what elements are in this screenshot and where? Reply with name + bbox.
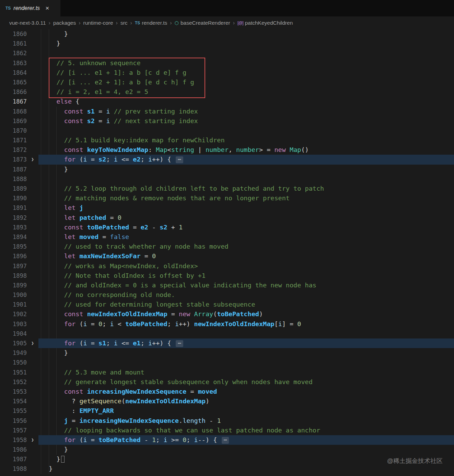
code-token: // looping backwards so that we can use … (41, 427, 320, 434)
code-line-1986[interactable]: 1986 } (0, 445, 454, 454)
code-line-1868[interactable]: 1868 const s1 = i // prev starting index (0, 107, 454, 116)
code-token: // used to track whether any node has mo… (41, 243, 229, 250)
breadcrumb-item-runtime-core[interactable]: runtime-core (83, 20, 113, 26)
breadcrumb-label: runtime-core (83, 20, 113, 26)
code-line-1870[interactable]: 1870 (0, 126, 454, 135)
code-line-1887[interactable]: 1887 } (0, 165, 454, 174)
code-line-1862[interactable]: 1862 (0, 48, 454, 58)
code-token: ( (75, 156, 83, 163)
breadcrumb-item-vue-next-3.0.11[interactable]: vue-next-3.0.11 (9, 20, 46, 26)
code-editor[interactable]: 1860 }1861 }18621863 // 5. unknown seque… (0, 29, 454, 476)
code-line-1951[interactable]: 1951 // 5.3 move and mount (0, 368, 454, 377)
code-line-1864[interactable]: 1864 // [i ... e1 + 1]: a b [c d e] f g (0, 68, 454, 78)
code-content: let j (38, 203, 454, 213)
code-token: ; (186, 436, 194, 443)
folded-ellipsis-badge[interactable]: ⋯ (222, 437, 229, 444)
code-line-1860[interactable]: 1860 } (0, 29, 454, 39)
code-line-1955[interactable]: 1955 : EMPTY_ARR (0, 406, 454, 416)
code-line-1904[interactable]: 1904 (0, 329, 454, 338)
code-line-1865[interactable]: 1865 // [i ... e2 + 1]: a b [e d c h] f … (0, 78, 454, 87)
code-content (38, 174, 454, 184)
code-line-1988[interactable]: 1988 } (0, 464, 454, 474)
code-line-1952[interactable]: 1952 // generate longest stable subseque… (0, 377, 454, 387)
fold-spacer (27, 165, 38, 174)
code-line-1896[interactable]: 1896 let maxNewIndexSoFar = 0 (0, 251, 454, 261)
code-line-1866[interactable]: 1866 // i = 2, e1 = 4, e2 = 5 (0, 87, 454, 97)
breadcrumb-item-patchKeyedChildren[interactable]: [@]patchKeyedChildren (237, 20, 293, 26)
code-token: - (141, 436, 152, 443)
code-line-1898[interactable]: 1898 // Note that oldIndex is offset by … (0, 271, 454, 281)
code-line-1873[interactable]: 1873❯ for (i = s2; i <= e2; i++) { ⋯ (0, 155, 454, 164)
code-token: for (41, 340, 75, 347)
code-line-1899[interactable]: 1899 // and oldIndex = 0 is a special va… (0, 281, 454, 290)
breadcrumb-separator-icon: › (48, 20, 51, 26)
code-line-1956[interactable]: 1956 j = increasingNewIndexSequence.leng… (0, 416, 454, 426)
fold-chevron-icon[interactable]: ❯ (27, 155, 38, 164)
folded-ellipsis-badge[interactable]: ⋯ (176, 340, 183, 347)
code-token: = (68, 417, 79, 424)
line-number: 1860 (0, 29, 27, 39)
code-token: maxNewIndexSoFar (79, 252, 140, 260)
code-line-1872[interactable]: 1872 const keyToNewIndexMap: Map<string … (0, 145, 454, 155)
fold-chevron-icon[interactable]: ❯ (27, 435, 38, 445)
code-line-1895[interactable]: 1895 // used to track whether any node h… (0, 242, 454, 251)
code-line-1987[interactable]: 1987 } (0, 454, 454, 464)
code-line-1958[interactable]: 1958❯ for (i = toBePatched - 1; i >= 0; … (0, 435, 454, 445)
code-line-1902[interactable]: 1902 const newIndexToOldIndexMap = new A… (0, 309, 454, 319)
breadcrumb-item-baseCreateRenderer[interactable]: ⬡baseCreateRenderer (175, 20, 230, 26)
code-line-1889[interactable]: 1889 // 5.2 loop through old children le… (0, 184, 454, 193)
code-line-1863[interactable]: 1863 // 5. unknown sequence (0, 58, 454, 68)
code-token: ( (121, 397, 125, 405)
code-token: i (175, 320, 179, 328)
code-token: } (41, 166, 68, 173)
code-line-1954[interactable]: 1954 ? getSequence(newIndexToOldIndexMap… (0, 396, 454, 406)
code-line-1905[interactable]: 1905❯ for (i = s1; i <= e1; i++) { ⋯ (0, 338, 454, 348)
code-token: // [i ... e2 + 1]: a b [e d c h] f g (41, 79, 194, 86)
code-content: const keyToNewIndexMap: Map<string | num… (38, 145, 454, 155)
code-line-1953[interactable]: 1953 const increasingNewIndexSequence = … (0, 387, 454, 396)
code-line-1892[interactable]: 1892 let patched = 0 (0, 213, 454, 223)
code-line-1897[interactable]: 1897 // works as Map<newIndex, oldIndex> (0, 261, 454, 271)
line-number: 1888 (0, 174, 27, 184)
folded-ellipsis-badge[interactable]: ⋯ (176, 156, 183, 163)
breadcrumb-item-src[interactable]: src (120, 20, 128, 26)
code-token: i (148, 340, 152, 347)
breadcrumb-item-renderer.ts[interactable]: TSrenderer.ts (135, 20, 167, 26)
code-token (286, 146, 290, 153)
code-line-1888[interactable]: 1888 (0, 174, 454, 184)
code-token: - (206, 417, 217, 424)
fold-spacer (27, 406, 38, 416)
fold-spacer (27, 242, 38, 251)
line-number: 1895 (0, 242, 27, 251)
code-line-1890[interactable]: 1890 // matching nodes & remove nodes th… (0, 193, 454, 203)
code-token: : (148, 146, 156, 153)
breadcrumb-item-packages[interactable]: packages (53, 20, 76, 26)
code-line-1949[interactable]: 1949 } (0, 348, 454, 358)
code-line-1903[interactable]: 1903 for (i = 0; i < toBePatched; i++) n… (0, 319, 454, 329)
code-token: i (106, 117, 110, 124)
code-content: } (38, 39, 454, 48)
fold-chevron-icon[interactable]: ❯ (27, 338, 38, 348)
code-token: Map (156, 146, 167, 153)
code-line-1871[interactable]: 1871 // 5.1 build key:index map for newC… (0, 135, 454, 145)
line-number: 1896 (0, 251, 27, 261)
fold-spacer (27, 290, 38, 300)
fold-spacer (27, 145, 38, 155)
code-line-1957[interactable]: 1957 // looping backwards so that we can… (0, 426, 454, 435)
tab-close-icon[interactable]: × (45, 4, 49, 12)
code-token: i (194, 436, 198, 443)
code-line-1950[interactable]: 1950 (0, 358, 454, 367)
code-line-1867[interactable]: 1867 else { (0, 97, 454, 106)
tab-renderer-ts[interactable]: TS renderer.ts × (0, 0, 60, 16)
code-content: } (38, 445, 454, 454)
code-token: } (41, 455, 60, 463)
code-token: // matching nodes & remove nodes that ar… (41, 194, 290, 202)
code-line-1894[interactable]: 1894 let moved = false (0, 232, 454, 242)
code-line-1893[interactable]: 1893 const toBePatched = e2 - s2 + 1 (0, 223, 454, 232)
code-line-1891[interactable]: 1891 let j (0, 203, 454, 213)
code-line-1901[interactable]: 1901 // used for determining longest sta… (0, 300, 454, 309)
code-line-1861[interactable]: 1861 } (0, 39, 454, 48)
code-line-1869[interactable]: 1869 const s2 = i // next starting index (0, 116, 454, 126)
code-line-1900[interactable]: 1900 // no corresponding old node. (0, 290, 454, 300)
fold-spacer (27, 309, 38, 319)
